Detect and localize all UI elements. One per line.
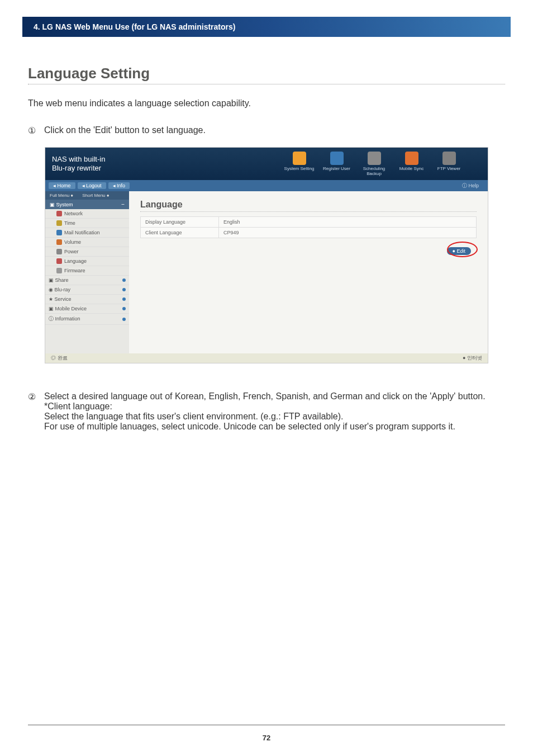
- logo-line2: Blu-ray rewriter: [52, 164, 197, 173]
- group-label: Mobile Device: [55, 306, 87, 311]
- ss-footer: ◎ 완료 ● 인터넷: [45, 353, 488, 363]
- sidebar-label: Firmware: [64, 268, 85, 273]
- client-language-note1: Select the language that fits user's cli…: [44, 412, 505, 422]
- help-label: Help: [468, 183, 479, 188]
- chapter-header: 4. LG NAS Web Menu Use (for LG NAS admin…: [22, 17, 511, 37]
- sidebar-label: Power: [64, 249, 79, 254]
- collapse-icon[interactable]: −: [121, 201, 125, 207]
- group-label: Share: [55, 277, 69, 283]
- tab-full-menu[interactable]: Full Menu ●: [45, 191, 78, 200]
- group-label: Information: [55, 316, 80, 322]
- language-icon: [56, 258, 62, 264]
- row-key: Client Language: [141, 228, 219, 238]
- main-title-language: Language: [140, 200, 477, 212]
- cloud-icon: [442, 152, 456, 165]
- top-icons: System Setting Register User Scheduling …: [284, 152, 481, 176]
- icon-label: Register User: [323, 166, 350, 171]
- expand-dot-icon: [122, 318, 126, 321]
- footer-left: ◎ 완료: [51, 355, 68, 362]
- network-icon: [56, 211, 62, 216]
- top-icon-register-user[interactable]: Register User: [321, 152, 352, 176]
- step-1-num: ①: [28, 125, 36, 136]
- volume-icon: [56, 239, 62, 245]
- sidebar-group-info[interactable]: ⓘ Information: [45, 314, 129, 325]
- row-val: English: [219, 217, 477, 228]
- tab-short-menu[interactable]: Short Menu ●: [78, 191, 113, 200]
- expand-dot-icon: [122, 297, 126, 301]
- ss-topbar: NAS with built-in Blu-ray rewriter Syste…: [45, 148, 488, 180]
- sidebar-label: Time: [64, 220, 75, 226]
- icon-label: Mobile Sync: [399, 166, 424, 171]
- clock-icon: [56, 220, 62, 226]
- subbar-logout[interactable]: ◂ Logout: [78, 182, 106, 189]
- step-2: ② Select a desired language out of Korea…: [28, 391, 505, 432]
- firmware-icon: [56, 268, 62, 273]
- system-label: ▣ System: [50, 202, 73, 207]
- sidebar-group-bluray[interactable]: ◉ Blu-ray: [45, 285, 129, 295]
- step-1: ① Click on the 'Edit' button to set lang…: [28, 125, 505, 136]
- ss-sidebar: Full Menu ● Short Menu ● ▣ System − Netw…: [45, 191, 129, 353]
- power-icon: [56, 249, 62, 254]
- step-1-text: Click on the 'Edit' button to set langua…: [44, 125, 505, 135]
- footer-right: ● 인터넷: [463, 355, 482, 362]
- ss-main: Language Display Language English Client…: [129, 191, 488, 353]
- mail-icon: [56, 230, 62, 235]
- sidebar-item-time[interactable]: Time: [45, 219, 129, 228]
- row-val: CP949: [219, 228, 477, 238]
- sidebar-system[interactable]: ▣ System −: [45, 200, 129, 209]
- sidebar-item-volume[interactable]: Volume: [45, 238, 129, 247]
- subbar-home[interactable]: ◂ Home: [49, 182, 75, 189]
- step-2-text: Select a desired language out of Korean,…: [44, 391, 505, 401]
- sidebar-group-mobile[interactable]: ▣ Mobile Device: [45, 304, 129, 314]
- sidebar-item-network[interactable]: Network: [45, 209, 129, 219]
- sidebar-label: Volume: [64, 239, 81, 245]
- gear-icon: [293, 152, 306, 165]
- icon-label: FTP Viewer: [437, 166, 461, 171]
- subbar-label: Logout: [86, 183, 102, 188]
- subbar-info[interactable]: ◂ Info: [108, 182, 130, 189]
- row-key: Display Language: [141, 217, 219, 228]
- expand-dot-icon: [122, 307, 126, 310]
- language-table: Display Language English Client Language…: [140, 216, 477, 238]
- sidebar-group-service[interactable]: ★ Service: [45, 295, 129, 304]
- divider: [28, 84, 505, 84]
- top-icon-ftp[interactable]: FTP Viewer: [434, 152, 464, 176]
- expand-dot-icon: [122, 288, 126, 291]
- ss-subbar: ◂ Home ◂ Logout ◂ Info ⓘ Help: [45, 180, 488, 191]
- sidebar-item-power[interactable]: Power: [45, 247, 129, 257]
- expand-dot-icon: [122, 278, 126, 282]
- sidebar-label: Language: [64, 258, 87, 264]
- top-icon-mobile-sync[interactable]: Mobile Sync: [396, 152, 427, 176]
- sidebar-group-share[interactable]: ▣ Share: [45, 276, 129, 285]
- group-label: Service: [55, 296, 72, 302]
- client-language-note2: For use of multiple lanuages, select uni…: [44, 422, 505, 432]
- sidebar-tabs: Full Menu ● Short Menu ●: [45, 191, 129, 200]
- sidebar-label: Mail Notification: [64, 230, 100, 235]
- subbar-label: Home: [58, 183, 71, 188]
- embedded-screenshot: NAS with built-in Blu-ray rewriter Syste…: [45, 147, 488, 363]
- sidebar-item-mail[interactable]: Mail Notification: [45, 228, 129, 238]
- ss-logo: NAS with built-in Blu-ray rewriter: [52, 155, 197, 172]
- icon-label: Scheduling Backup: [363, 166, 386, 176]
- help-link[interactable]: ⓘ Help: [462, 182, 479, 190]
- edit-button[interactable]: ● Edit: [447, 247, 471, 255]
- sidebar-item-firmware[interactable]: Firmware: [45, 266, 129, 276]
- user-icon: [330, 152, 344, 165]
- section-title: Language Setting: [28, 65, 505, 82]
- table-row: Client Language CP949: [141, 228, 477, 238]
- sidebar-label: Network: [64, 211, 83, 216]
- top-icon-system-setting[interactable]: System Setting: [284, 152, 315, 176]
- intro-text: The web menu indicates a language select…: [28, 98, 505, 108]
- page-number: 72: [0, 734, 533, 742]
- logo-line1: NAS with built-in: [52, 155, 197, 164]
- top-icon-scheduling[interactable]: Scheduling Backup: [359, 152, 389, 176]
- client-language-label: *Client language:: [44, 401, 505, 412]
- group-label: Blu-ray: [55, 287, 71, 292]
- edit-label: Edit: [456, 248, 465, 254]
- table-row: Display Language English: [141, 217, 477, 228]
- footer-divider: [28, 725, 505, 725]
- icon-label: System Setting: [284, 166, 315, 171]
- sidebar-item-language[interactable]: Language: [45, 257, 129, 266]
- step-2-num: ②: [28, 391, 36, 402]
- shield-icon: [368, 152, 381, 165]
